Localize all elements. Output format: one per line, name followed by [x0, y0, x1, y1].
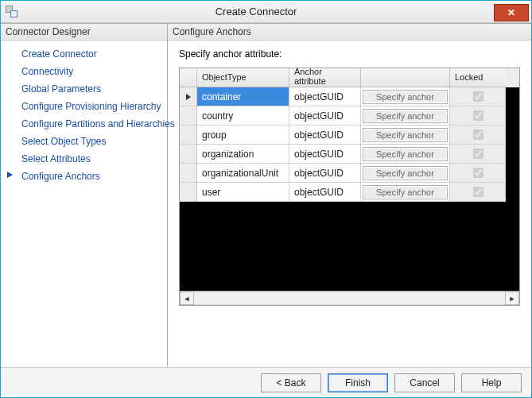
nav-item[interactable]: Connectivity — [2, 63, 165, 80]
nav-item[interactable]: Select Object Types — [2, 133, 165, 150]
grid-header-anchor-line1: Anchor — [294, 68, 322, 77]
specify-anchor-button[interactable]: Specify anchor — [363, 128, 448, 142]
cell-specify: Specify anchor — [361, 106, 450, 126]
scroll-track[interactable] — [194, 292, 505, 305]
nav-item[interactable]: Select Attributes — [2, 150, 165, 168]
nav-item[interactable]: Configure Anchors — [2, 168, 165, 185]
locked-checkbox[interactable] — [473, 149, 483, 159]
cell-locked — [450, 183, 506, 202]
cell-locked — [450, 87, 506, 106]
specify-anchor-button[interactable]: Specify anchor — [363, 90, 448, 104]
left-heading: Connector Designer — [1, 24, 167, 41]
cell-anchor[interactable]: objectGUID — [289, 183, 361, 202]
cell-specify: Specify anchor — [361, 183, 450, 202]
back-button[interactable]: < Back — [261, 373, 321, 392]
nav-list: Create ConnectorConnectivityGlobal Param… — [1, 41, 167, 367]
cell-anchor[interactable]: objectGUID — [289, 145, 361, 164]
cell-locked — [450, 164, 506, 183]
finish-button[interactable]: Finish — [328, 373, 388, 392]
specify-anchor-button[interactable]: Specify anchor — [363, 185, 448, 199]
right-heading: Configure Anchors — [168, 24, 531, 41]
table-row[interactable]: containerobjectGUIDSpecify anchor — [180, 87, 519, 106]
grid-header-specify[interactable] — [361, 68, 450, 87]
help-button[interactable]: Help — [461, 373, 522, 392]
table-row[interactable]: countryobjectGUIDSpecify anchor — [180, 106, 519, 126]
nav-item[interactable]: Configure Provisioning Hierarchy — [2, 98, 165, 115]
wizard-body: Connector Designer Create ConnectorConne… — [1, 23, 531, 367]
grid-empty-area — [180, 202, 519, 291]
table-row[interactable]: organizationobjectGUIDSpecify anchor — [180, 145, 519, 164]
anchor-grid: ObjectType Anchor attribute Locked conta… — [179, 68, 520, 306]
horizontal-scrollbar[interactable]: ◄ ► — [180, 291, 519, 305]
cell-objecttype[interactable]: user — [197, 183, 289, 202]
row-selector[interactable] — [180, 106, 197, 126]
locked-checkbox[interactable] — [473, 91, 483, 102]
locked-checkbox[interactable] — [473, 168, 483, 178]
row-selector[interactable] — [180, 183, 197, 202]
grid-header-objecttype[interactable]: ObjectType — [197, 68, 289, 87]
grid-header-row: ObjectType Anchor attribute Locked — [180, 68, 519, 87]
cell-anchor[interactable]: objectGUID — [289, 106, 361, 126]
specify-anchor-button[interactable]: Specify anchor — [363, 147, 448, 161]
row-selector[interactable] — [180, 126, 197, 145]
cancel-button[interactable]: Cancel — [394, 373, 455, 392]
cell-anchor[interactable]: objectGUID — [289, 126, 361, 145]
row-selector[interactable] — [180, 87, 197, 106]
cell-objecttype[interactable]: container — [197, 87, 289, 106]
cell-anchor[interactable]: objectGUID — [289, 164, 361, 183]
cell-objecttype[interactable]: organization — [197, 145, 289, 164]
table-row[interactable]: userobjectGUIDSpecify anchor — [180, 183, 519, 202]
cell-anchor[interactable]: objectGUID — [289, 87, 361, 106]
instruction-text: Specify anchor attribute: — [179, 48, 520, 60]
wizard-buttons: < Back Finish Cancel Help — [1, 367, 531, 397]
cell-locked — [450, 126, 506, 145]
left-pane: Connector Designer Create ConnectorConne… — [1, 24, 168, 367]
right-pane: Configure Anchors Specify anchor attribu… — [168, 24, 531, 367]
cell-objecttype[interactable]: country — [197, 106, 289, 126]
cell-objecttype[interactable]: organizationalUnit — [197, 164, 289, 183]
locked-checkbox[interactable] — [473, 187, 483, 197]
table-row[interactable]: organizationalUnitobjectGUIDSpecify anch… — [180, 164, 519, 183]
cell-specify: Specify anchor — [361, 145, 450, 164]
row-selector[interactable] — [180, 145, 197, 164]
cell-objecttype[interactable]: group — [197, 126, 289, 145]
window-title: Create Connector — [18, 6, 494, 17]
app-icon — [6, 6, 18, 18]
cell-specify: Specify anchor — [361, 164, 450, 183]
grid-header-rowselect[interactable] — [180, 68, 197, 87]
titlebar: Create Connector ✕ — [1, 1, 531, 23]
scroll-right-arrow-icon[interactable]: ► — [505, 292, 519, 305]
grid-rows: containerobjectGUIDSpecify anchorcountry… — [180, 87, 519, 202]
close-icon: ✕ — [507, 7, 515, 18]
nav-item[interactable]: Create Connector — [2, 45, 165, 63]
locked-checkbox[interactable] — [473, 129, 483, 140]
right-body: Specify anchor attribute: ObjectType Anc… — [168, 41, 531, 367]
specify-anchor-button[interactable]: Specify anchor — [363, 166, 448, 180]
nav-item[interactable]: Global Parameters — [2, 80, 165, 98]
nav-item[interactable]: Configure Partitions and Hierarchies — [2, 115, 165, 133]
grid-header-locked[interactable]: Locked — [450, 68, 506, 87]
close-button[interactable]: ✕ — [494, 4, 529, 21]
grid-header-anchor[interactable]: Anchor attribute — [289, 68, 361, 87]
cell-specify: Specify anchor — [361, 126, 450, 145]
cell-locked — [450, 106, 506, 126]
cell-specify: Specify anchor — [361, 87, 450, 106]
grid-header-anchor-line2: attribute — [294, 77, 326, 87]
specify-anchor-button[interactable]: Specify anchor — [363, 109, 448, 123]
locked-checkbox[interactable] — [473, 110, 483, 121]
row-selector[interactable] — [180, 164, 197, 183]
cell-locked — [450, 145, 506, 164]
scroll-left-arrow-icon[interactable]: ◄ — [180, 292, 194, 305]
table-row[interactable]: groupobjectGUIDSpecify anchor — [180, 126, 519, 145]
